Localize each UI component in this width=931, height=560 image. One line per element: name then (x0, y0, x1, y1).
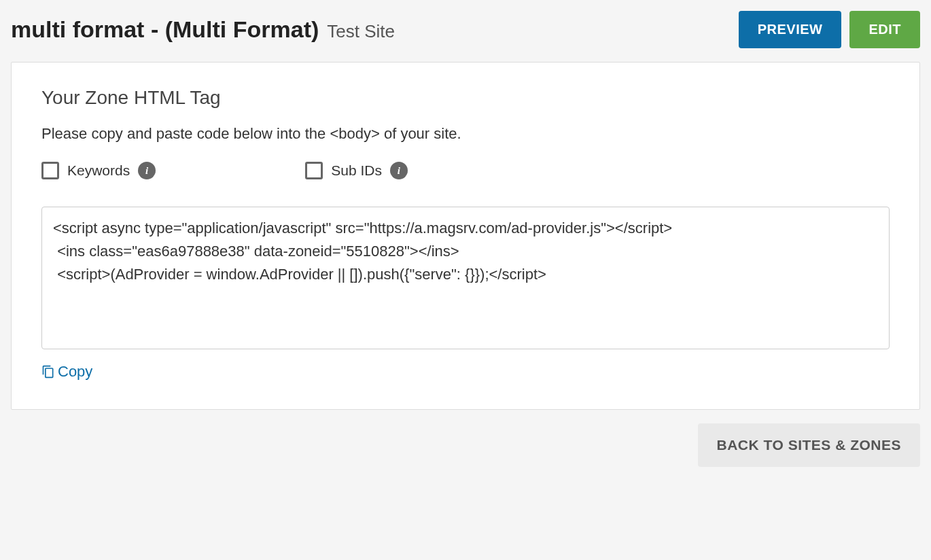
info-icon[interactable]: i (390, 162, 408, 179)
page-header: multi format - (Multi Format) Test Site … (11, 11, 920, 48)
zone-panel: Your Zone HTML Tag Please copy and paste… (11, 62, 920, 410)
subids-label: Sub IDs (331, 162, 382, 179)
footer-row: BACK TO SITES & ZONES (11, 423, 920, 467)
options-row: Keywords i Sub IDs i (41, 162, 890, 179)
back-button[interactable]: BACK TO SITES & ZONES (698, 423, 920, 467)
keywords-label: Keywords (67, 162, 130, 179)
keywords-option: Keywords i (41, 162, 156, 179)
info-icon[interactable]: i (138, 162, 156, 179)
page-title: multi format - (Multi Format) (11, 16, 319, 43)
copy-button[interactable]: Copy (41, 363, 92, 381)
code-textarea[interactable]: <script async type="application/javascri… (41, 207, 890, 349)
copy-icon (41, 364, 55, 379)
subids-option: Sub IDs i (305, 162, 408, 179)
keywords-checkbox[interactable] (41, 162, 59, 179)
preview-button[interactable]: PREVIEW (739, 11, 842, 48)
section-description: Please copy and paste code below into th… (41, 125, 890, 143)
subids-checkbox[interactable] (305, 162, 323, 179)
header-actions: PREVIEW EDIT (739, 11, 920, 48)
header-title-wrap: multi format - (Multi Format) Test Site (11, 16, 395, 43)
copy-label: Copy (58, 363, 92, 381)
page-subtitle: Test Site (327, 21, 395, 42)
section-title: Your Zone HTML Tag (41, 87, 890, 109)
edit-button[interactable]: EDIT (849, 11, 920, 48)
